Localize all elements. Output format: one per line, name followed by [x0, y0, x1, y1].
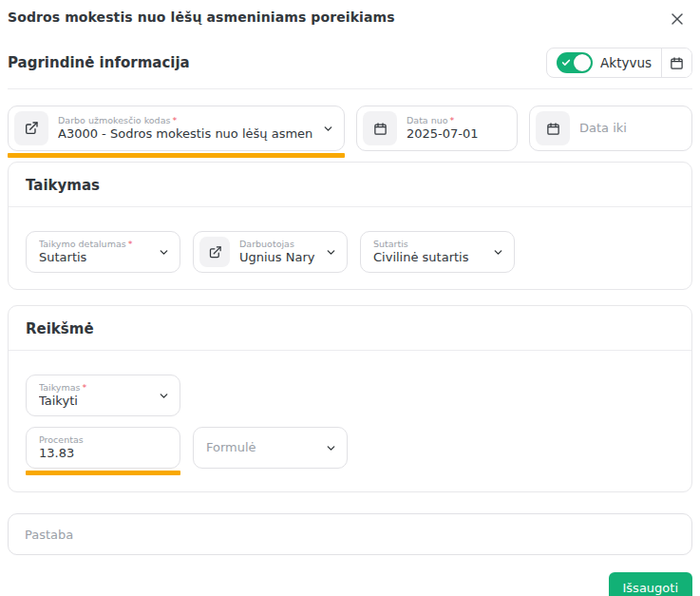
header-divider [8, 88, 692, 89]
chevron-down-icon [325, 246, 337, 259]
chevron-down-icon [492, 246, 504, 259]
active-toggle-label: Aktyvus [600, 55, 652, 70]
darbuotojas-label: Darbuotojas [239, 239, 315, 250]
main-section-header: Pagrindinė informacija Aktyvus [8, 48, 692, 78]
taikymas-value: Taikyti [39, 394, 148, 409]
procentas-text: Procentas 13.83 [39, 434, 170, 461]
required-marker: * [172, 115, 177, 125]
dialog-title: Sodros mokestis nuo lėšų asmeniniams por… [8, 10, 395, 25]
chevron-down-icon [158, 246, 170, 259]
reiksme-section-body: Taikymas* Taikyti Procentas 13.83 [9, 351, 691, 491]
taikymo-detalumas-select[interactable]: Taikymo detalumas* Sutartis [26, 231, 180, 273]
date-from-field-text: Data nuo* 2025-07-01 [407, 115, 507, 142]
salary-code-field-text: Darbo užmokesčio kodas* A3000 - Sodros m… [58, 115, 312, 142]
calendar-icon[interactable] [536, 111, 570, 145]
date-to-picker[interactable]: Data iki [529, 106, 692, 151]
chevron-down-icon [158, 390, 170, 402]
reiksme-section-card: Reikšmė Taikymas* Taikyti Procentas 13.8… [8, 305, 692, 492]
reiksme-section-title: Reikšmė [9, 306, 691, 351]
formule-select[interactable]: Formulė [193, 427, 348, 469]
chevron-down-icon [322, 123, 334, 135]
taikymas-select[interactable]: Taikymas* Taikyti [26, 375, 180, 416]
taikymas-text: Taikymas* Taikyti [39, 382, 148, 409]
page-title: Pagrindinė informacija [8, 54, 190, 71]
date-to-field-wrap: Data iki [529, 106, 692, 158]
required-marker: * [83, 382, 87, 393]
reiksme-second-row: Procentas 13.83 Formulė [26, 427, 674, 475]
taikymo-detalumas-text: Taikymo detalumas* Sutartis [39, 239, 148, 265]
taikymas-section-card: Taikymas Taikymo detalumas* Sutartis [8, 162, 692, 290]
date-from-value: 2025-07-01 [407, 126, 507, 142]
calendar-icon [670, 56, 684, 70]
taikymas-section-title: Taikymas [9, 163, 691, 207]
dialog: Sodros mokestis nuo lėšų asmeniniams por… [0, 0, 700, 596]
external-link-icon[interactable] [199, 237, 230, 267]
date-to-placeholder: Data iki [579, 121, 682, 136]
taikymas-label: Taikymas* [39, 382, 148, 394]
required-marker: * [450, 115, 455, 125]
active-toggle-group: Aktyvus [546, 48, 692, 78]
chevron-down-icon [325, 442, 337, 454]
formule-placeholder: Formulė [206, 440, 315, 455]
date-to-field-text: Data iki [579, 121, 682, 136]
main-fields-row: Darbo užmokesčio kodas* A3000 - Sodros m… [8, 106, 692, 158]
calendar-icon[interactable] [363, 111, 397, 145]
sutartis-value: Civilinė sutartis [373, 250, 482, 265]
dialog-footer: Išsaugoti [8, 572, 692, 596]
darbuotojas-select[interactable]: Darbuotojas Ugnius Narys [193, 231, 348, 273]
save-button[interactable]: Išsaugoti [609, 572, 693, 596]
salary-code-accent-underline [8, 153, 345, 158]
date-from-field-wrap: Data nuo* 2025-07-01 [356, 106, 518, 158]
close-icon [672, 13, 683, 25]
taikymas-fields-row: Taikymo detalumas* Sutartis [26, 231, 674, 273]
salary-code-label: Darbo užmokesčio kodas* [58, 115, 312, 126]
note-field-wrap [8, 513, 692, 555]
close-button[interactable] [670, 11, 685, 27]
procentas-input[interactable]: Procentas 13.83 [26, 427, 180, 469]
required-marker: * [128, 239, 133, 249]
dialog-titlebar: Sodros mokestis nuo lėšų asmeniniams por… [8, 0, 692, 27]
note-input[interactable] [8, 513, 692, 555]
salary-code-value: A3000 - Sodros mokestis nuo lėšų asmenin… [58, 126, 312, 142]
salary-code-field-wrap: Darbo užmokesčio kodas* A3000 - Sodros m… [8, 106, 345, 158]
taikymo-detalumas-value: Sutartis [39, 250, 148, 265]
darbuotojas-text: Darbuotojas Ugnius Narys [239, 239, 315, 265]
sutartis-select[interactable]: Sutartis Civilinė sutartis [360, 231, 515, 273]
procentas-value: 13.83 [39, 446, 170, 461]
active-toggle-segment[interactable]: Aktyvus [547, 48, 661, 77]
toggle-knob[interactable] [574, 54, 591, 71]
check-icon [561, 58, 571, 67]
formule-text: Formulė [206, 440, 315, 455]
taikymo-detalumas-label: Taikymo detalumas* [39, 239, 148, 250]
procentas-label: Procentas [39, 434, 170, 446]
sutartis-label: Sutartis [373, 239, 482, 250]
salary-code-select[interactable]: Darbo užmokesčio kodas* A3000 - Sodros m… [8, 106, 345, 151]
sutartis-text: Sutartis Civilinė sutartis [373, 239, 482, 265]
history-calendar-button[interactable] [661, 48, 691, 77]
taikymas-section-body: Taikymo detalumas* Sutartis [9, 207, 691, 289]
date-from-picker[interactable]: Data nuo* 2025-07-01 [356, 106, 518, 151]
active-toggle[interactable] [557, 52, 593, 73]
procentas-field-wrap: Procentas 13.83 [26, 427, 180, 475]
procentas-accent-underline [26, 471, 180, 475]
external-link-icon[interactable] [14, 111, 48, 145]
date-from-label: Data nuo* [407, 115, 507, 126]
darbuotojas-value: Ugnius Narys [239, 250, 315, 265]
